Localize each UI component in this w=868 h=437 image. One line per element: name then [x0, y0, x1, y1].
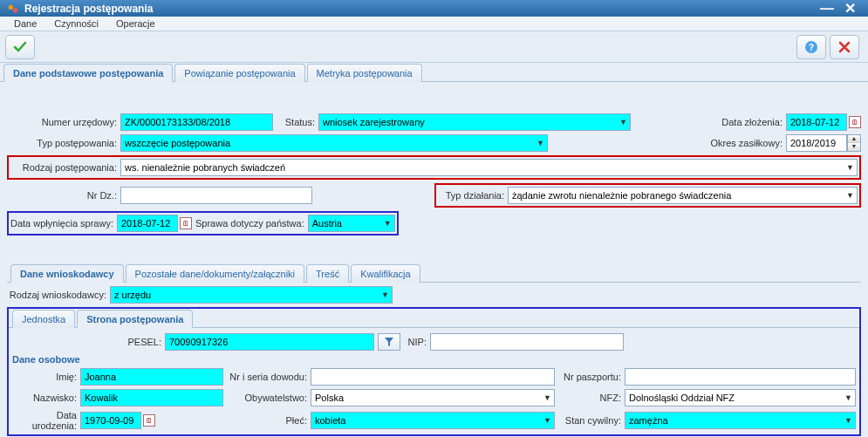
label-rodzaj-wn: Rodzaj wnioskodawcy:	[7, 290, 110, 300]
sprawa-dot-select[interactable]	[308, 215, 395, 232]
check-icon	[12, 39, 28, 55]
label-numer-urz: Numer urzędowy:	[7, 117, 120, 127]
label-nfz: NFZ:	[555, 393, 625, 403]
okres-zas-input[interactable]	[786, 134, 847, 152]
typ-post-select[interactable]	[120, 134, 548, 152]
nr-dz-input[interactable]	[120, 187, 312, 204]
label-nr-dz: Nr Dz.:	[7, 190, 120, 201]
tab-powiazanie[interactable]: Powiązanie postępowania	[174, 64, 304, 82]
date-pick-ur[interactable]: 🗓	[143, 414, 155, 427]
titlebar: Rejestracja postępowania — ✕	[0, 0, 868, 17]
cancel-button[interactable]	[830, 35, 859, 59]
data-zloz-input[interactable]	[786, 113, 847, 131]
label-obyw: Obywatelstwo:	[223, 393, 311, 403]
tab-dane-wnios[interactable]: Dane wnioskodawcy	[10, 264, 124, 283]
inner-tabs: Jednostka Strona postępowania	[9, 309, 859, 328]
menu-dane[interactable]: Dane	[5, 17, 45, 31]
numer-urz-input[interactable]	[120, 113, 273, 131]
label-rodzaj-post: Rodzaj postępowania:	[10, 162, 120, 173]
label-status: Status:	[273, 117, 318, 127]
stan-cyw-select[interactable]	[625, 412, 856, 429]
tab-strona[interactable]: Strona postępowania	[77, 310, 193, 328]
close-icon[interactable]: ✕	[839, 0, 861, 17]
typ-dzial-select[interactable]	[508, 187, 858, 204]
tab-tresc[interactable]: Treść	[306, 264, 349, 283]
rodzaj-wn-select[interactable]	[110, 286, 393, 304]
section-dane-osobowe: Dane osobowe	[12, 354, 856, 365]
plec-select[interactable]	[311, 412, 555, 429]
minimize-icon[interactable]: —	[815, 1, 839, 17]
label-imie: Imię:	[12, 372, 80, 382]
label-okres-zas: Okres zasiłkowy:	[710, 138, 786, 148]
data-ur-input[interactable]	[80, 412, 141, 429]
label-data-wplyn: Data wpłynięcia sprawy:	[10, 218, 117, 229]
okres-zas-spinner[interactable]: ▲ ▼	[847, 134, 861, 152]
svg-text:?: ?	[809, 43, 814, 52]
label-plec: Płeć:	[155, 415, 311, 426]
nazwisko-input[interactable]	[80, 389, 223, 406]
data-wplyn-input[interactable]	[117, 215, 178, 232]
help-icon: ?	[804, 40, 818, 54]
date-pick-zloz[interactable]: 🗓	[849, 116, 861, 128]
menu-czynnosci[interactable]: Czynności	[45, 17, 107, 31]
tab-dane-podstawowe[interactable]: Dane podstawowe postępowania	[3, 64, 173, 82]
spin-up-icon[interactable]: ▲	[848, 135, 860, 143]
label-nip: NIP:	[404, 337, 430, 347]
label-data-zloz: Data złożenia:	[721, 117, 786, 127]
label-nazwisko: Nazwisko:	[12, 393, 80, 403]
menu-operacje[interactable]: Operacje	[107, 17, 164, 31]
lookup-button[interactable]	[378, 333, 400, 351]
help-button[interactable]: ?	[796, 35, 826, 59]
tab-kwalifikacja[interactable]: Kwalifikacja	[351, 264, 420, 283]
nrpasz-input[interactable]	[625, 368, 856, 386]
label-typ-post: Typ postępowania:	[7, 138, 120, 148]
rodzaj-post-select[interactable]	[120, 159, 858, 176]
spin-down-icon[interactable]: ▼	[848, 143, 860, 151]
tab-jednostka[interactable]: Jednostka	[12, 310, 75, 328]
sub-tabs: Dane wnioskodawcy Pozostałe dane/dokumen…	[7, 263, 861, 283]
tab-metryka[interactable]: Metryka postępowania	[307, 64, 422, 82]
imie-input[interactable]	[80, 368, 223, 386]
label-nrser: Nr i seria dowodu:	[223, 372, 311, 382]
toolbar: ?	[0, 31, 868, 63]
filter-icon	[383, 336, 395, 348]
nip-input[interactable]	[430, 333, 624, 351]
label-typ-dzial: Typ działania:	[438, 190, 508, 201]
menubar: Dane Czynności Operacje	[0, 17, 868, 31]
status-select[interactable]	[318, 113, 631, 131]
label-sprawa-dot: Sprawa dotyczy państwa:	[192, 218, 308, 229]
x-icon	[837, 40, 851, 54]
svg-point-1	[13, 8, 17, 12]
window-title: Rejestracja postępowania	[24, 3, 153, 15]
main-tabs: Dane podstawowe postępowania Powiązanie …	[0, 63, 868, 82]
pesel-input[interactable]	[165, 333, 374, 351]
label-stan-cyw: Stan cywilny:	[555, 415, 625, 426]
accept-button[interactable]	[5, 35, 35, 59]
nfz-select[interactable]	[625, 389, 856, 406]
label-data-ur: Data urodzenia:	[12, 410, 80, 431]
label-pesel: PESEL:	[12, 337, 165, 347]
tab-pozostale[interactable]: Pozostałe dane/dokumenty/załączniki	[126, 264, 304, 283]
app-icon	[7, 3, 19, 15]
label-nrpasz: Nr paszportu:	[555, 372, 625, 382]
nrser-input[interactable]	[311, 368, 555, 386]
obyw-select[interactable]	[311, 389, 555, 406]
date-pick-wplyn[interactable]: 🗓	[180, 217, 192, 229]
svg-point-0	[9, 4, 13, 9]
